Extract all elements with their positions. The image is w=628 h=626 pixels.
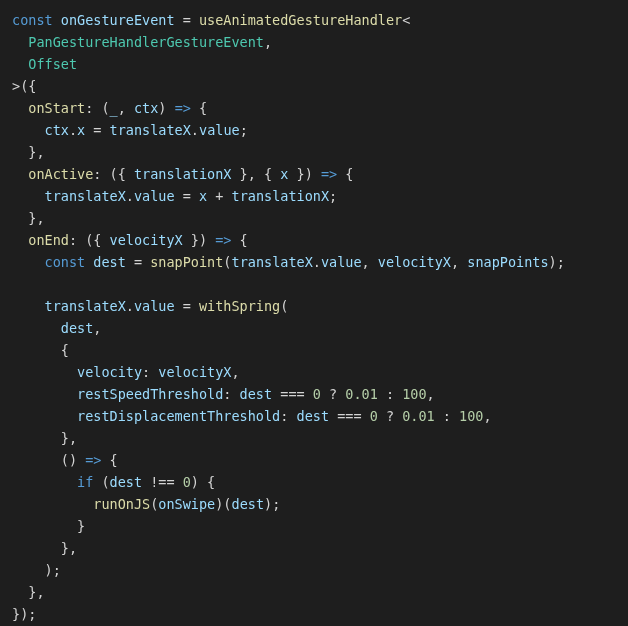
code-editor[interactable]: const onGestureEvent = useAnimatedGestur…: [0, 0, 628, 626]
code-content: const onGestureEvent = useAnimatedGestur…: [12, 12, 565, 622]
